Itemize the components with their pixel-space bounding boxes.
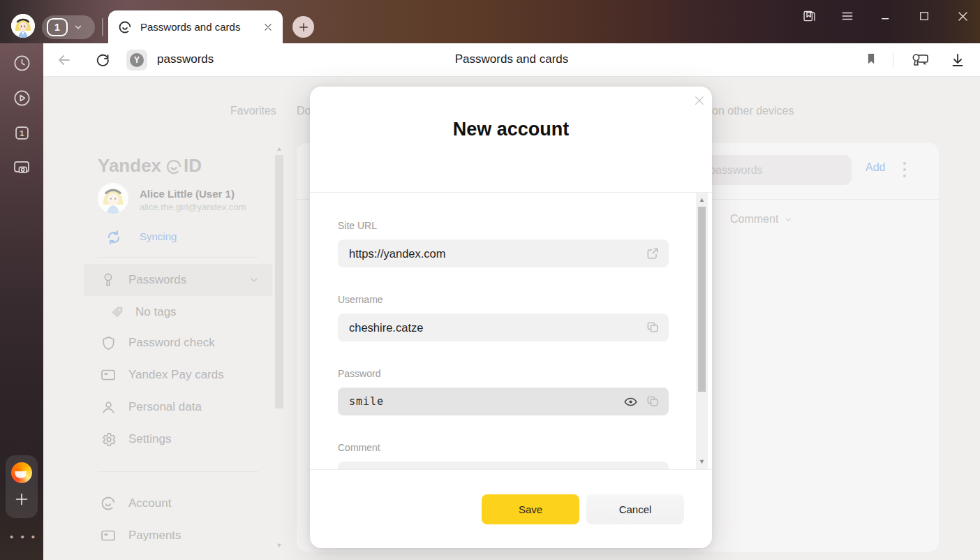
titlebar-divider (102, 18, 103, 36)
screenshot-icon[interactable] (12, 158, 31, 177)
maximize-icon[interactable] (916, 8, 932, 24)
scroll-down-icon[interactable]: ▼ (696, 459, 708, 465)
scroll-up-icon[interactable]: ▲ (274, 146, 284, 152)
comment-input[interactable] (338, 462, 669, 469)
browser-window: 1 Passwords and cards (0, 0, 980, 560)
external-link-icon[interactable] (645, 246, 660, 261)
bookmark-icon[interactable] (864, 52, 878, 66)
comment-label: Comment (338, 442, 669, 453)
sidebar-browser-card (6, 455, 38, 518)
yandex-browser-logo[interactable] (11, 462, 32, 483)
panel-divider (98, 257, 258, 258)
password-input[interactable] (338, 388, 669, 415)
close-window-icon[interactable] (955, 8, 970, 24)
history-icon[interactable] (12, 53, 31, 73)
password-field-box (338, 388, 669, 415)
menu-item-password-check[interactable]: Password check (84, 327, 272, 359)
cancel-button[interactable]: Cancel (586, 494, 684, 524)
tag-icon (110, 306, 124, 318)
yandex-id-logo: Yandex ID (98, 155, 202, 177)
copy-icon[interactable] (645, 394, 660, 409)
yandex-id-smile-icon (99, 495, 117, 512)
sync-icon (105, 228, 123, 246)
tab-count-badge: 1 (47, 18, 68, 36)
chevron-down-icon (248, 274, 260, 286)
download-icon[interactable] (949, 52, 966, 68)
chevron-down-icon (784, 215, 793, 224)
player-icon[interactable] (12, 88, 31, 108)
menu-item-yandex-pay-cards[interactable]: Yandex Pay cards (84, 359, 272, 391)
username-label: Username (338, 294, 669, 305)
menu-item-payments[interactable]: Payments (84, 520, 272, 552)
tabs-icon[interactable]: 1 (12, 123, 31, 142)
kebab-menu-icon[interactable] (898, 156, 912, 183)
modal-form: Site URL Username (310, 193, 712, 469)
window-titlebar: 1 Passwords and cards (0, 0, 980, 43)
modal-footer: Save Cancel (310, 469, 712, 548)
key-icon (99, 272, 117, 288)
site-url-label: Site URL (338, 220, 669, 231)
add-button[interactable]: Add (866, 161, 885, 174)
modal-scrollbar[interactable]: ▲ ▼ (696, 193, 708, 469)
svg-text:1: 1 (20, 129, 24, 138)
tab-close-icon[interactable] (263, 22, 273, 32)
username-field-box (338, 314, 669, 341)
new-account-modal: New account Site URL Username (310, 87, 712, 548)
chevron-down-icon (73, 22, 83, 32)
panel-divider (98, 471, 258, 472)
credit-card-icon (99, 367, 117, 383)
yandex-id-smile-icon (165, 159, 182, 175)
page-title: Passwords and cards (43, 52, 980, 66)
password-manager-icon[interactable] (910, 50, 930, 68)
site-url-input[interactable] (338, 240, 669, 267)
credit-card-icon (99, 527, 117, 544)
password-label: Password (338, 368, 669, 379)
menu-item-passwords[interactable]: Passwords (84, 264, 272, 296)
menu-item-settings[interactable]: Settings (84, 423, 272, 455)
tab-favorites[interactable]: Favorites (230, 105, 276, 117)
side-panels-icon[interactable] (801, 8, 817, 24)
scroll-up-icon[interactable]: ▲ (696, 197, 708, 203)
new-tab-button[interactable] (292, 16, 314, 38)
close-icon[interactable] (693, 94, 706, 107)
eye-icon[interactable] (623, 394, 638, 409)
menu-item-account[interactable]: Account (84, 487, 272, 520)
site-url-field-box (338, 240, 669, 267)
tab-title: Passwords and cards (140, 21, 263, 33)
column-header-comment[interactable]: Comment (730, 213, 793, 226)
browser-tab-passwords[interactable]: Passwords and cards (108, 10, 283, 43)
person-icon (99, 399, 117, 415)
toolbar-divider (893, 52, 893, 68)
panel-scrollbar[interactable]: ▲ ▼ (274, 143, 284, 552)
browser-sidebar: 1 • • • (0, 43, 43, 560)
menu-item-no-tags[interactable]: No tags (84, 296, 272, 328)
user-avatar (98, 183, 128, 214)
minimize-icon[interactable] (878, 8, 893, 24)
user-email: alice.the.girl@yandex.com (140, 202, 246, 212)
menu-item-personal-data[interactable]: Personal data (84, 391, 272, 423)
tab-counter[interactable]: 1 (42, 15, 95, 39)
yandex-id-smile-icon (118, 20, 132, 34)
new-tab-plus-icon[interactable] (12, 487, 31, 511)
modal-title: New account (310, 119, 712, 140)
save-button[interactable]: Save (482, 494, 579, 524)
profile-avatar[interactable] (11, 14, 35, 38)
passwords-side-panel: Yandex ID (84, 143, 272, 552)
scrollbar-thumb[interactable] (698, 207, 706, 392)
menu-hamburger-icon[interactable] (840, 8, 855, 24)
scroll-down-icon[interactable]: ▼ (274, 543, 284, 549)
sync-status[interactable]: Syncing (140, 230, 177, 242)
address-toolbar: Y passwords Passwords and cards (43, 43, 980, 77)
shield-icon (99, 335, 117, 351)
gear-icon (99, 432, 117, 448)
user-name: Alice Little (User 1) (140, 188, 235, 200)
more-dots-icon[interactable]: • • • (10, 531, 37, 543)
tab-other-devices[interactable]: on other devices (712, 105, 794, 117)
username-input[interactable] (338, 314, 669, 341)
comment-field-box (338, 462, 669, 469)
tab-downloads[interactable]: Do (297, 105, 311, 117)
scrollbar-thumb[interactable] (275, 155, 283, 408)
copy-icon[interactable] (645, 320, 660, 335)
